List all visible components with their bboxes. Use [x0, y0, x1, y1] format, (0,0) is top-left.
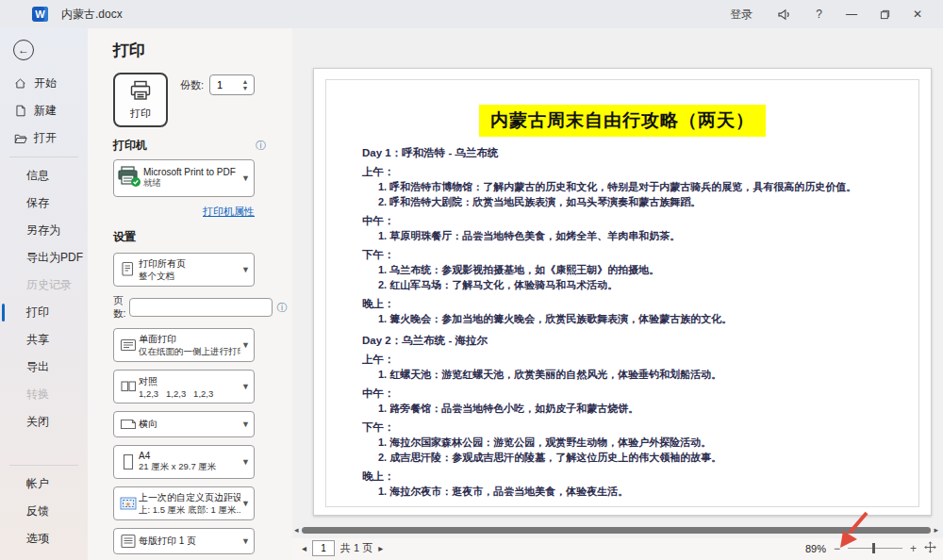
print-preview-area: 内蒙古周末自由行攻略（两天） Day 1：呼和浩特 - 乌兰布统上午：1. 呼和… [292, 28, 943, 560]
dropdown-line1: 横向 [139, 418, 240, 431]
pages-label: 页数: [113, 294, 125, 321]
sidebar-item-save[interactable]: 保存 [0, 189, 88, 217]
sidebar-item-label: 另存为 [26, 222, 60, 239]
copies-spin-arrows[interactable]: ▲▼ [237, 75, 254, 94]
print-settings-panel: 打印 打印 份数: ▲▼ 打印机 ⓘ [88, 28, 292, 560]
help-button[interactable]: ? [803, 4, 835, 25]
chevron-down-icon: ▼ [240, 382, 251, 391]
sidebar-item-label: 信息 [26, 168, 49, 184]
doc-item-line: 2. 红山军马场：了解马文化，体验骑马和马术活动。 [362, 278, 890, 292]
sidebar-item-label: 历史记录 [26, 277, 72, 293]
dropdown-text: 每版打印 1 页 [139, 535, 240, 548]
sidebar-item-feedback[interactable]: 反馈 [0, 498, 88, 525]
dropdown-print-range[interactable]: 打印所有页整个文档▼ [113, 253, 255, 287]
spin-up-icon[interactable]: ▲ [242, 78, 249, 85]
sidebar-item-close[interactable]: 关闭 [0, 408, 88, 436]
scrollbar-thumb[interactable] [302, 527, 932, 534]
doc-label-line: 下午： [362, 248, 890, 262]
svg-text:★: ★ [125, 501, 131, 507]
pages-input[interactable] [129, 298, 273, 317]
next-page-icon[interactable]: ▸ [378, 543, 383, 553]
dropdown-pages-per-sheet[interactable]: 每版打印 1 页▼ [113, 528, 255, 554]
sidebar-item-options[interactable]: 选项 [0, 525, 88, 552]
copies-stepper[interactable]: ▲▼ [209, 74, 255, 95]
sidebar-item-export-pdf[interactable]: 导出为PDF [0, 244, 88, 272]
document-page: 内蒙古周末自由行攻略（两天） Day 1：呼和浩特 - 乌兰布统上午：1. 呼和… [313, 68, 932, 516]
margins-icon: ★ [117, 494, 139, 513]
close-button[interactable]: ✕ [902, 4, 934, 25]
sidebar-item-share[interactable]: 共享 [0, 326, 88, 354]
dropdown-text: 对照1,2,3 1,2,3 1,2,3 [139, 375, 240, 399]
zoom-slider[interactable] [848, 548, 902, 549]
printer-selector[interactable]: Microsoft Print to PDF 就绪 ▼ [113, 159, 255, 197]
dropdown-line2: 整个文档 [139, 271, 240, 283]
doc-label-line: 晚上： [362, 297, 890, 311]
zoom-controls: 89% − + [805, 541, 936, 555]
zoom-slider-thumb[interactable] [872, 543, 875, 553]
dropdown-margins[interactable]: ★上一次的自定义页边距设置上: 1.5 厘米 底部: 1 厘米...▼ [113, 486, 255, 520]
sidebar-divider [9, 465, 78, 466]
scroll-left-icon[interactable]: ◂ [294, 526, 299, 535]
home-icon [13, 77, 27, 90]
doc-item-line: 1. 海拉尔夜市：逛夜市，品尝当地美食，体验夜生活。 [362, 485, 890, 499]
settings-section-label: 设置 [113, 229, 136, 245]
dropdown-line2: 21 厘米 x 29.7 厘米 [139, 461, 240, 473]
sidebar-item-home[interactable]: 开始 [0, 70, 88, 97]
zoom-percent-label: 89% [805, 543, 826, 554]
restore-button[interactable] [869, 6, 902, 24]
megaphone-icon[interactable] [765, 5, 803, 25]
sidebar-item-export[interactable]: 导出 [0, 354, 88, 381]
doc-item-line: 1. 路旁餐馆：品尝当地特色小吃，如奶皮子和蒙古烧饼。 [362, 402, 890, 416]
info-icon[interactable]: ⓘ [256, 139, 266, 153]
copies-input[interactable] [210, 75, 237, 94]
fit-to-page-icon[interactable] [924, 541, 936, 555]
total-pages-label: 共 1 页 [340, 541, 372, 555]
dropdown-line1: 上一次的自定义页边距设置 [139, 491, 240, 504]
sidebar-item-save-as[interactable]: 另存为 [0, 217, 88, 244]
doc-label-line: 上午： [362, 353, 890, 367]
previous-page-icon[interactable]: ◂ [302, 543, 306, 553]
dropdown-orientation[interactable]: 横向▼ [113, 411, 255, 437]
page-navigator: ◂ 共 1 页 ▸ [302, 540, 383, 556]
sidebar-item-label: 导出 [26, 359, 49, 375]
dropdown-duplex[interactable]: 单面打印仅在纸面的一侧上进行打印▼ [113, 328, 255, 362]
doc-label-line: 中午： [362, 387, 890, 401]
current-page-input[interactable] [312, 540, 335, 556]
scroll-right-icon[interactable]: ▸ [934, 526, 938, 535]
dropdown-collation[interactable]: 对照1,2,3 1,2,3 1,2,3▼ [113, 370, 255, 404]
dropdown-text: 打印所有页整个文档 [139, 257, 240, 283]
sidebar-item-label: 转换 [26, 387, 49, 403]
sidebar-item-label: 关闭 [26, 414, 49, 430]
zoom-in-button[interactable]: + [910, 542, 917, 555]
sidebar-item-label: 打印 [26, 305, 49, 321]
doc-item-line: 1. 乌兰布统：参观影视拍摄基地，如《康熙王朝》的拍摄地。 [362, 263, 890, 277]
print-button[interactable]: 打印 [113, 73, 168, 127]
paper-size-icon [117, 453, 139, 471]
pages-per-sheet-icon [117, 532, 139, 551]
doc-label-line: 下午： [362, 420, 890, 435]
sidebar-item-print[interactable]: 打印 [0, 299, 88, 326]
open-folder-icon [13, 133, 27, 144]
backstage-sidebar: ← 开始新建打开 信息保存另存为导出为PDF历史记录打印共享导出转换关闭 帐户反… [0, 28, 88, 560]
zoom-out-button[interactable]: − [834, 542, 840, 555]
printer-properties-link[interactable]: 打印机属性 [203, 206, 255, 217]
sidebar-item-info[interactable]: 信息 [0, 162, 88, 189]
sidebar-item-open[interactable]: 打开 [0, 124, 88, 152]
dropdown-line2: 1,2,3 1,2,3 1,2,3 [139, 388, 240, 399]
sign-in-button[interactable]: 登录 [718, 3, 765, 26]
back-button[interactable]: ← [13, 40, 34, 60]
titlebar-document-name: 内蒙古.docx [61, 7, 123, 23]
sidebar-item-account[interactable]: 帐户 [0, 470, 88, 498]
sidebar-item-new[interactable]: 新建 [0, 97, 88, 124]
dropdown-paper-size[interactable]: A421 厘米 x 29.7 厘米▼ [113, 445, 255, 479]
chevron-down-icon: ▼ [240, 457, 251, 467]
sidebar-item-label: 帐户 [26, 476, 49, 492]
dropdown-line1: 对照 [139, 375, 240, 388]
spin-down-icon[interactable]: ▼ [242, 85, 249, 91]
one-sided-icon [117, 336, 139, 354]
doc-item-line: 2. 呼和浩特大剧院：欣赏当地民族表演，如马头琴演奏和蒙古族舞蹈。 [362, 195, 890, 209]
minimize-button[interactable]: — [835, 4, 869, 25]
info-icon[interactable]: ⓘ [276, 301, 287, 315]
horizontal-scrollbar[interactable]: ◂ ▸ [294, 526, 938, 535]
sidebar-divider [9, 156, 78, 157]
